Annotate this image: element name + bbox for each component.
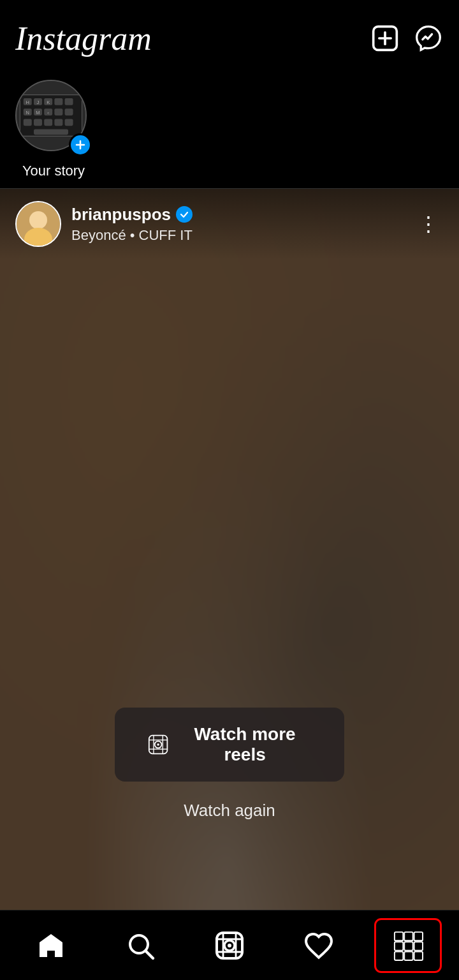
bottom-navigation	[0, 910, 459, 980]
post-user-avatar	[15, 201, 61, 247]
post-subtitle-text: Beyoncé • CUFF IT	[71, 227, 193, 244]
svg-point-43	[228, 944, 231, 947]
watch-again-button[interactable]: Watch again	[184, 801, 275, 820]
reels-nav-icon	[214, 930, 245, 961]
verified-checkmark-icon	[179, 209, 189, 219]
svg-line-40	[146, 951, 153, 958]
header-actions	[370, 23, 444, 54]
watch-more-reels-button[interactable]: Watch more reels	[115, 708, 344, 782]
svg-text:M: M	[36, 109, 40, 115]
search-icon	[125, 930, 156, 961]
svg-rect-51	[395, 942, 403, 950]
svg-text:K: K	[47, 99, 50, 105]
your-story-item[interactable]: H J K N M < Your story	[15, 80, 92, 179]
stories-bar: H J K N M < Your story	[0, 70, 459, 188]
post-user-info[interactable]: brianpuspos Beyoncé • CUFF IT	[15, 201, 193, 247]
svg-rect-18	[54, 119, 62, 126]
post-more-button[interactable]: ⋮	[413, 209, 444, 239]
svg-rect-56	[414, 951, 423, 960]
svg-rect-9	[65, 98, 73, 105]
svg-text:J: J	[37, 99, 40, 105]
your-story-avatar-wrapper: H J K N M <	[15, 80, 92, 156]
new-post-button[interactable]	[370, 23, 400, 54]
activity-icon	[303, 930, 334, 961]
watch-more-reels-label: Watch more reels	[178, 724, 311, 765]
nav-profile[interactable]	[376, 920, 440, 971]
verified-badge	[176, 206, 193, 223]
nav-reels[interactable]	[198, 920, 261, 971]
home-icon	[36, 930, 66, 961]
messenger-button[interactable]	[413, 23, 444, 54]
svg-rect-55	[404, 951, 412, 960]
svg-rect-14	[65, 108, 73, 115]
user-avatar-image	[17, 202, 60, 246]
add-icon	[74, 138, 87, 151]
svg-rect-53	[414, 942, 423, 950]
nav-home[interactable]	[19, 920, 83, 971]
svg-rect-50	[414, 932, 423, 940]
app-logo: Instagram	[15, 20, 152, 57]
reels-icon	[148, 733, 168, 756]
your-story-label: Your story	[22, 163, 85, 179]
nav-search[interactable]	[108, 920, 172, 971]
watch-again-label: Watch again	[184, 801, 275, 820]
nav-activity[interactable]	[287, 920, 351, 971]
svg-rect-49	[404, 932, 412, 940]
section-divider	[0, 188, 459, 189]
svg-point-34	[157, 743, 159, 746]
new-post-icon	[371, 24, 399, 52]
post-user-details: brianpuspos Beyoncé • CUFF IT	[71, 205, 193, 244]
svg-rect-17	[44, 119, 52, 126]
svg-point-30	[29, 211, 47, 229]
svg-rect-20	[34, 129, 68, 135]
profile-icon	[393, 930, 423, 961]
svg-text:H: H	[26, 99, 29, 105]
svg-rect-52	[404, 942, 412, 950]
post-username-row: brianpuspos	[71, 205, 193, 225]
svg-rect-48	[395, 932, 403, 940]
add-story-button[interactable]	[69, 133, 92, 156]
svg-rect-8	[54, 98, 62, 105]
app-header: Instagram	[0, 0, 459, 70]
reel-content-area: brianpuspos Beyoncé • CUFF IT ⋮	[0, 188, 459, 910]
svg-rect-19	[65, 119, 73, 126]
svg-rect-54	[395, 951, 403, 960]
svg-rect-16	[34, 119, 42, 126]
post-header: brianpuspos Beyoncé • CUFF IT ⋮	[0, 188, 459, 260]
messenger-icon	[414, 24, 442, 52]
svg-text:N: N	[26, 109, 29, 115]
post-username-text: brianpuspos	[71, 205, 171, 225]
svg-rect-15	[24, 119, 32, 126]
svg-rect-13	[54, 108, 62, 115]
svg-text:<: <	[47, 110, 49, 114]
watch-action-buttons: Watch more reels Watch again	[0, 708, 459, 820]
